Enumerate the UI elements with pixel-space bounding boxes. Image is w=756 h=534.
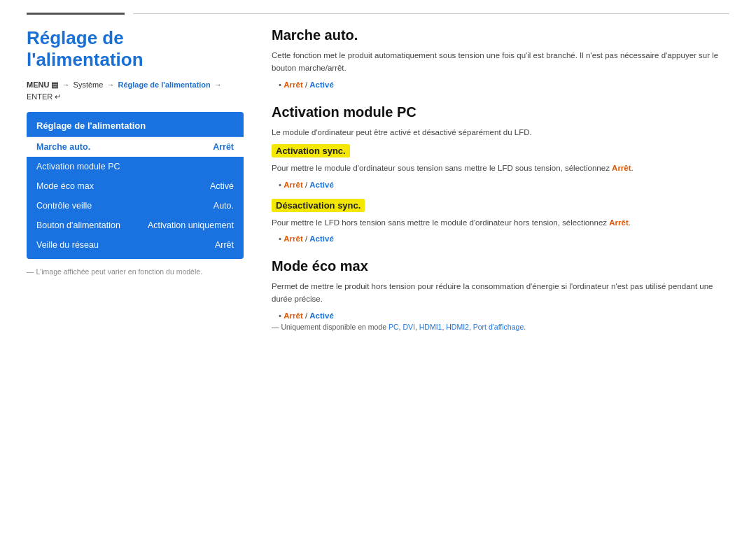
menu-item-veille-label: Veille du réseau (36, 240, 99, 250)
note-hdmi2: HDMI2 (446, 323, 469, 331)
menu-item-bouton-value: Activation uniquement (148, 220, 234, 230)
menu-item-activation-module-pc[interactable]: Activation module PC (27, 157, 244, 176)
note-port-affichage: Port d'affichage (473, 323, 524, 331)
activation-sync-desc: Pour mettre le module d'ordinateur sous … (272, 162, 729, 174)
footnote: L'image affichée peut varier en fonction… (27, 267, 244, 276)
menu-item-controle-label: Contrôle veille (36, 201, 92, 211)
section-marche-auto-bullets: Arrêt / Activé (272, 80, 729, 89)
bullet-desactivation-sync-arret-active: Arrêt / Activé (279, 234, 729, 243)
section-activation-module-pc: Activation module PC Le module d'ordinat… (272, 104, 729, 243)
menu-item-bouton-alimentation[interactable]: Bouton d'alimentation Activation uniquem… (27, 216, 244, 235)
activation-sync-bullets: Arrêt / Activé (272, 181, 729, 189)
label-active-2: Activé (309, 181, 334, 189)
section-mode-eco-max: Mode éco max Permet de mettre le produit… (272, 258, 729, 331)
menu-item-veille-reseau[interactable]: Veille du réseau Arrêt (27, 235, 244, 255)
desactivation-sync-bullets: Arrêt / Activé (272, 234, 729, 243)
section-eco-max-title: Mode éco max (272, 258, 729, 274)
bullet-arret-active: Arrêt / Activé (279, 80, 729, 89)
menu-item-eco-label: Mode éco max (36, 181, 94, 191)
menu-item-marche-auto-label: Marche auto. (36, 142, 90, 152)
desactivation-sync-arret-bold: Arrêt (609, 218, 628, 227)
left-column: Réglage de l'alimentation MENU ▤ → Systè… (27, 27, 244, 346)
menu-item-eco-value: Activé (210, 181, 234, 191)
menu-item-mode-eco-max[interactable]: Mode éco max Activé (27, 176, 244, 196)
activation-sync-highlight: Activation sync. (272, 144, 350, 157)
label-active-3: Activé (309, 234, 334, 243)
menu-box: Réglage de l'alimentation Marche auto. A… (27, 112, 244, 259)
page-title: Réglage de l'alimentation (27, 27, 244, 71)
menu-item-controle-value: Auto. (214, 201, 234, 211)
breadcrumb-menu: MENU ▤ (27, 80, 58, 89)
top-line-light (133, 13, 729, 14)
section-eco-max-bullets: Arrêt / Activé (272, 311, 729, 320)
eco-max-note: Uniquement disponible en mode PC, DVI, H… (272, 323, 729, 331)
subsection-activation-sync: Activation sync. Pour mettre le module d… (272, 144, 729, 188)
label-arret-2: Arrêt (284, 181, 302, 189)
label-arret: Arrêt (284, 80, 302, 89)
bullet-eco-arret-active: Arrêt / Activé (279, 311, 729, 320)
menu-item-bouton-label: Bouton d'alimentation (36, 220, 120, 230)
breadcrumb: MENU ▤ → Système → Réglage de l'alimenta… (27, 79, 244, 102)
section-marche-auto-title: Marche auto. (272, 27, 729, 43)
label-arret-3: Arrêt (284, 234, 302, 243)
menu-box-title: Réglage de l'alimentation (27, 116, 244, 137)
top-line-dark (27, 13, 125, 15)
section-marche-auto-desc: Cette fonction met le produit automatiqu… (272, 49, 729, 75)
desactivation-sync-desc: Pour mettre le LFD hors tension sans met… (272, 216, 729, 229)
menu-item-activation-label: Activation module PC (36, 162, 120, 171)
label-active-4: Activé (309, 311, 334, 320)
menu-item-marche-auto[interactable]: Marche auto. Arrêt (27, 137, 244, 157)
activation-sync-arret-bold: Arrêt (612, 164, 631, 172)
section-activation-module-desc: Le module d'ordinateur peut être activé … (272, 126, 729, 139)
section-marche-auto: Marche auto. Cette fonction met le produ… (272, 27, 729, 89)
note-hdmi1: HDMI1 (419, 323, 442, 331)
right-column: Marche auto. Cette fonction met le produ… (272, 27, 729, 346)
section-eco-max-desc: Permet de mettre le produit hors tension… (272, 280, 729, 306)
desactivation-sync-highlight: Désactivation sync. (272, 199, 365, 212)
top-divider (0, 0, 756, 15)
note-pc: PC (388, 323, 399, 331)
bullet-activation-sync-arret-active: Arrêt / Activé (279, 181, 729, 189)
breadcrumb-enter: ENTER ↵ (27, 92, 61, 101)
menu-item-veille-value: Arrêt (215, 240, 234, 250)
menu-item-marche-auto-value: Arrêt (213, 142, 234, 152)
note-dvi: DVI (402, 323, 415, 331)
section-activation-module-title: Activation module PC (272, 104, 729, 120)
subsection-desactivation-sync: Désactivation sync. Pour mettre le LFD h… (272, 199, 729, 243)
label-arret-4: Arrêt (284, 311, 302, 320)
menu-item-controle-veille[interactable]: Contrôle veille Auto. (27, 196, 244, 216)
breadcrumb-system: Système (74, 80, 104, 89)
label-active: Activé (309, 80, 334, 89)
breadcrumb-highlight: Réglage de l'alimentation (118, 80, 211, 89)
